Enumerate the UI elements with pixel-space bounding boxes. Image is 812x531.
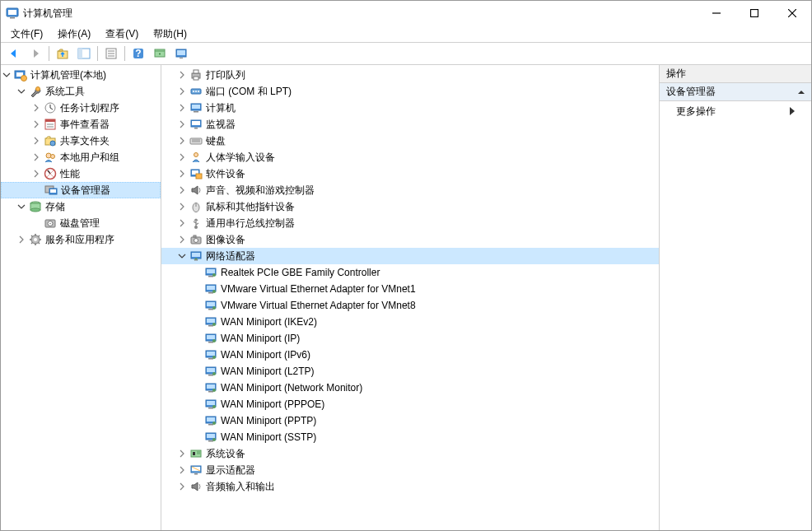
chevron-right-icon[interactable]	[176, 69, 188, 81]
up-button[interactable]	[53, 44, 72, 63]
chevron-down-icon[interactable]	[16, 201, 27, 212]
device-tree-item[interactable]: WAN Miniport (PPPOE)	[161, 396, 659, 412]
device-tree-item[interactable]: WAN Miniport (SSTP)	[161, 429, 659, 445]
svg-point-94	[212, 339, 216, 342]
svg-rect-89	[208, 325, 213, 327]
left-tree-panel[interactable]: 计算机管理(本地)系统工具任务计划程序事件查看器共享文件夹本地用户和组性能设备管…	[1, 65, 161, 530]
device-tree-item[interactable]: Realtek PCIe GBE Family Controller	[161, 264, 659, 281]
device-tree-item[interactable]: VMware Virtual Ethernet Adapter for VMne…	[161, 297, 659, 314]
tree-performance[interactable]: 性能	[1, 165, 161, 182]
menu-action[interactable]: 操作(A)	[51, 26, 97, 43]
back-button[interactable]	[4, 44, 24, 63]
device-tree-item[interactable]: 音频输入和输出	[161, 478, 659, 495]
device-tree-label: WAN Miniport (L2TP)	[221, 366, 315, 377]
menu-view[interactable]: 查看(V)	[99, 26, 145, 43]
device-tree-item[interactable]: 端口 (COM 和 LPT)	[161, 83, 659, 100]
chevron-right-icon[interactable]	[30, 151, 42, 163]
actions-header: 操作	[660, 65, 811, 83]
chevron-right-icon[interactable]	[176, 102, 188, 114]
minimize-button[interactable]	[698, 1, 735, 26]
device-tree-item[interactable]: 鼠标和其他指针设备	[161, 198, 659, 215]
device-tree-panel[interactable]: 打印队列端口 (COM 和 LPT)计算机监视器键盘人体学输入设备软件设备声音、…	[161, 65, 659, 530]
system-icon	[189, 447, 203, 460]
port-icon	[189, 85, 203, 98]
device-tree-label: 人体学输入设备	[206, 151, 275, 165]
chevron-right-icon[interactable]	[176, 184, 188, 196]
tree-local-users[interactable]: 本地用户和组	[1, 149, 161, 165]
chevron-right-icon[interactable]	[176, 481, 188, 492]
netcard-icon	[204, 431, 217, 444]
forward-button[interactable]	[26, 44, 45, 63]
chevron-right-icon[interactable]	[176, 234, 188, 245]
chevron-right-icon[interactable]	[176, 151, 188, 163]
chevron-right-icon[interactable]	[176, 168, 188, 179]
tree-device-manager[interactable]: 设备管理器	[1, 182, 161, 198]
hid-icon	[189, 151, 203, 164]
device-tree-item[interactable]: 人体学输入设备	[161, 149, 659, 165]
device-tree-label: WAN Miniport (SSTP)	[221, 431, 316, 443]
device-tree-item[interactable]: 网络适配器	[161, 248, 659, 264]
chevron-right-icon[interactable]	[176, 464, 188, 476]
chevron-right-icon[interactable]	[30, 168, 42, 179]
device-tree-item[interactable]: WAN Miniport (Network Monitor)	[161, 380, 659, 396]
device-tree-item[interactable]: 显示适配器	[161, 462, 659, 478]
scan-button[interactable]	[150, 44, 170, 63]
chevron-right-icon[interactable]	[176, 119, 188, 130]
chevron-right-icon[interactable]	[30, 135, 42, 147]
chevron-right-icon[interactable]	[16, 234, 27, 245]
more-actions-item[interactable]: 更多操作	[660, 101, 811, 121]
help-button[interactable]: ?	[128, 44, 148, 63]
device-tree-item[interactable]: WAN Miniport (IKEv2)	[161, 314, 659, 330]
device-tree-item[interactable]: 打印队列	[161, 67, 659, 83]
chevron-down-icon[interactable]	[16, 86, 27, 97]
device-tree-label: 键盘	[206, 134, 226, 148]
chevron-right-icon[interactable]	[176, 86, 188, 97]
show-hide-tree-button[interactable]	[74, 44, 94, 63]
close-button[interactable]	[773, 1, 811, 26]
device-tree-item[interactable]: 通用串行总线控制器	[161, 215, 659, 231]
chevron-right-icon[interactable]	[176, 135, 188, 147]
device-tree-item[interactable]: WAN Miniport (L2TP)	[161, 363, 659, 380]
tree-root[interactable]: 计算机管理(本地)	[1, 67, 161, 83]
device-tree-item[interactable]: 图像设备	[161, 231, 659, 248]
tree-event-viewer[interactable]: 事件查看器	[1, 116, 161, 133]
svg-rect-57	[192, 121, 200, 125]
svg-point-118	[212, 438, 216, 441]
tree-services[interactable]: 服务和应用程序	[1, 231, 161, 248]
chevron-right-icon[interactable]	[30, 102, 42, 114]
monitor-button[interactable]	[171, 44, 191, 63]
device-tree-label: WAN Miniport (IKEv2)	[221, 316, 317, 328]
menu-file[interactable]: 文件(F)	[4, 26, 49, 43]
device-tree-item[interactable]: 声音、视频和游戏控制器	[161, 182, 659, 198]
svg-rect-105	[208, 391, 213, 393]
netcard-icon	[204, 315, 217, 328]
device-tree-item[interactable]: 系统设备	[161, 445, 659, 462]
chevron-right-icon[interactable]	[176, 201, 188, 212]
device-tree-item[interactable]: 软件设备	[161, 165, 659, 182]
chevron-down-icon[interactable]	[1, 69, 12, 81]
services-icon	[29, 233, 42, 246]
device-tree-item[interactable]: VMware Virtual Ethernet Adapter for VMne…	[161, 281, 659, 297]
device-tree-label: 声音、视频和游戏控制器	[206, 184, 315, 198]
tree-disk-mgmt[interactable]: 磁盘管理	[1, 215, 161, 231]
tree-shared-folders[interactable]: 共享文件夹	[1, 133, 161, 149]
device-tree-item[interactable]: WAN Miniport (PPTP)	[161, 412, 659, 429]
device-tree-item[interactable]: WAN Miniport (IP)	[161, 330, 659, 347]
maximize-button[interactable]	[735, 1, 773, 26]
device-tree-item[interactable]: 计算机	[161, 100, 659, 116]
svg-rect-2	[10, 17, 15, 19]
device-tree-item[interactable]: 键盘	[161, 133, 659, 149]
chevron-right-icon[interactable]	[176, 217, 188, 229]
tree-system-tools[interactable]: 系统工具	[1, 83, 161, 100]
app-icon	[6, 7, 19, 20]
properties-button[interactable]	[101, 44, 121, 63]
device-tree-item[interactable]: WAN Miniport (IPv6)	[161, 347, 659, 363]
chevron-down-icon[interactable]	[176, 250, 188, 262]
chevron-right-icon[interactable]	[176, 448, 188, 459]
device-tree-item[interactable]: 监视器	[161, 116, 659, 133]
chevron-right-icon[interactable]	[30, 119, 42, 130]
tree-task-scheduler[interactable]: 任务计划程序	[1, 100, 161, 116]
actions-section[interactable]: 设备管理器	[660, 83, 811, 101]
tree-storage[interactable]: 存储	[1, 198, 161, 215]
menu-help[interactable]: 帮助(H)	[147, 26, 194, 43]
